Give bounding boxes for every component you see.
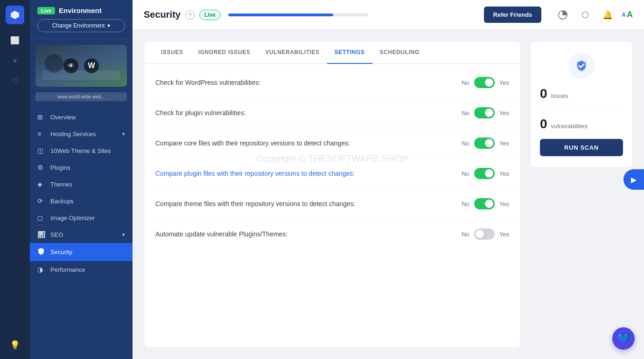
font-size-toggle[interactable]: A A [622,10,633,20]
issues-label: issues [551,92,568,99]
toggle-no-label: No [462,170,469,177]
sidebar-item-performance[interactable]: ◑ Performance [30,261,133,278]
page-title: Security [144,9,181,20]
themes-icon: ◈ [37,180,46,188]
setting-row: Compare core files with their repository… [144,128,520,159]
auto-update-toggle[interactable] [474,228,495,240]
toggle-no-label: No [462,200,469,207]
issues-stat: 0 issues [540,86,623,101]
chevron-down-icon: ▾ [122,232,125,238]
environment-label: Environment [59,7,102,14]
plugin-files-toggle[interactable] [474,168,495,179]
setting-row: Check for WordPress vulnerabilities: No … [144,68,520,98]
toggle-group: No Yes [462,138,509,149]
vulnerabilities-label: vulnerabilities [551,123,588,130]
tab-ignored-issues[interactable]: IGNORED ISSUES [191,41,258,64]
tab-settings[interactable]: SETTINGS [327,41,372,64]
rail-lightbulb-icon[interactable]: 💡 [7,337,23,353]
sidebar-item-hosting[interactable]: ≡ Hosting Services ▾ [30,125,133,142]
toggle-yes-label: Yes [499,170,509,177]
tab-vulnerabilities[interactable]: VULNERABILITIES [258,41,327,64]
setting-label: Compare theme files with their repositor… [155,200,462,207]
core-files-toggle[interactable] [474,138,495,149]
toggle-group: No Yes [462,77,509,88]
shield-check-icon [574,59,588,73]
refer-friends-button[interactable]: Refer Friends [484,7,542,23]
toggle-yes-label: Yes [499,200,509,207]
sidebar-item-label: Performance [50,266,85,273]
image-optimizer-icon: ◻ [37,214,46,221]
side-panel: 0 issues 0 vulnerabilities RUN SCAN [530,41,633,348]
plugin-vuln-toggle[interactable] [474,107,495,118]
setting-label: Check for WordPress vulnerabilities: [155,79,462,86]
sidebar-item-themes[interactable]: ◈ Themes [30,176,133,193]
change-environment-button[interactable]: Change Environment ▾ [37,19,125,32]
large-font-label: A [627,10,633,20]
sidebar-item-image-optimizer[interactable]: ◻ Image Optimizer [30,209,133,226]
toggle-yes-label: Yes [499,79,509,86]
app-logo[interactable] [6,6,24,24]
sidebar-item-backups[interactable]: ⟳ Backups [30,193,133,209]
toggle-thumb [485,139,493,147]
wordpress-icon[interactable]: W [84,58,99,73]
wp-vuln-toggle[interactable] [474,77,495,88]
toggle-thumb [485,78,493,87]
main-area: Security ? Live Refer Friends 🔔 [133,0,644,359]
content-area: ISSUES IGNORED ISSUES VULNERABILITIES SE… [133,30,644,359]
toggle-group: No Yes [462,168,509,179]
sidebar-item-label: SEO [50,231,63,238]
sidebar-header: Live Environment Change Environment ▾ [30,0,133,39]
settings-list: Copyright © THESOFTWARE.SHOP Check for W… [144,64,520,253]
setting-row: Check for plugin vulnerabilities: No Yes [144,98,520,128]
sidebar-item-seo[interactable]: 📊 SEO ▾ [30,226,133,243]
live-pill: Live [199,10,221,20]
backups-icon: ⟳ [37,197,46,205]
scan-card: 0 issues 0 vulnerabilities RUN SCAN [530,41,633,168]
toggle-thumb [485,200,493,208]
setting-label: Automate update vulnerable Plugins/Theme… [155,230,462,238]
sidebar-item-overview[interactable]: ⊞ Overview [30,109,133,125]
notification-bell-icon[interactable]: 🔔 [599,7,616,23]
pie-chart-icon[interactable] [554,7,571,23]
help-icon[interactable]: ? [185,10,195,20]
theme-files-toggle[interactable] [474,198,495,209]
tab-scheduling[interactable]: SCHEDULING [372,41,427,64]
site-url: www.world-wide-web... [35,92,127,101]
toggle-yes-label: Yes [499,110,509,117]
rail-heart-icon[interactable]: ♡ [7,73,23,90]
seo-icon: 📊 [37,231,46,238]
issues-count: 0 [540,86,547,101]
icon-rail: ⬜ ＋ ♡ 💡 [0,0,30,359]
tab-issues[interactable]: ISSUES [154,41,191,64]
themes-sites-icon: ◫ [37,147,46,154]
progress-fill [228,14,333,16]
tabs-bar: ISSUES IGNORED ISSUES VULNERABILITIES SE… [144,41,520,64]
toggle-yes-label: Yes [499,140,509,147]
sidebar-item-label: Backups [50,198,74,205]
run-scan-button[interactable]: RUN SCAN [540,139,623,156]
plugins-icon: ⚙ [37,164,46,171]
rail-add-icon[interactable]: ＋ [7,52,23,69]
preview-eye-icon[interactable]: 👁 [63,58,78,73]
site-thumbnail[interactable]: 👁 W [35,45,127,87]
toggle-no-label: No [462,110,469,117]
sidebar-item-security[interactable]: Security [30,243,133,261]
live-status-badge: Live [37,7,55,14]
page-title-area: Security ? Live [144,9,221,20]
svg-marker-0 [11,11,19,19]
moon-icon[interactable] [577,7,594,23]
toggle-group: No Yes [462,198,509,209]
rail-pages-icon[interactable]: ⬜ [7,32,23,48]
sidebar-item-label: Overview [50,114,76,121]
topbar-actions: 🔔 A A [554,7,633,23]
toggle-thumb [476,230,484,238]
setting-label: Compare plugin files with their reposito… [155,170,462,177]
play-float-button[interactable]: ▶ [623,169,644,190]
setting-row: Compare theme files with their repositor… [144,189,520,219]
toggle-thumb [485,109,493,117]
toggle-group: No Yes [462,228,509,240]
sidebar-item-plugins[interactable]: ⚙ Plugins [30,159,133,176]
chat-bubble-button[interactable]: 💙 [612,327,635,350]
sidebar-item-label: Image Optimizer [50,214,95,221]
sidebar-item-themes-sites[interactable]: ◫ 10Web Theme & Sites [30,142,133,159]
